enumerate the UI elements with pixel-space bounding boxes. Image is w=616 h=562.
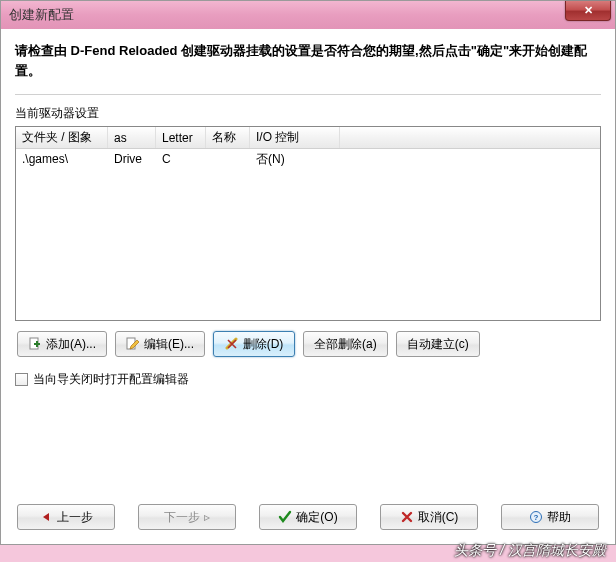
svg-text:?: ? bbox=[534, 513, 539, 522]
ok-label: 确定(O) bbox=[296, 509, 337, 526]
table-header-row: 文件夹 / 图象 as Letter 名称 I/O 控制 bbox=[16, 127, 600, 149]
help-label: 帮助 bbox=[547, 509, 571, 526]
cancel-button[interactable]: 取消(C) bbox=[380, 504, 478, 530]
table-row[interactable]: .\games\ Drive C 否(N) bbox=[16, 149, 600, 169]
cross-icon bbox=[400, 510, 414, 524]
th-folder[interactable]: 文件夹 / 图象 bbox=[16, 127, 108, 148]
help-icon: ? bbox=[529, 510, 543, 524]
dialog-body: 请检查由 D-Fend Reloaded 创建驱动器挂载的设置是否符合您的期望,… bbox=[1, 29, 615, 544]
help-button[interactable]: ? 帮助 bbox=[501, 504, 599, 530]
document-add-icon bbox=[28, 337, 42, 351]
cell-io: 否(N) bbox=[250, 151, 340, 168]
spacer bbox=[15, 388, 601, 504]
th-name[interactable]: 名称 bbox=[206, 127, 250, 148]
cancel-label: 取消(C) bbox=[418, 509, 459, 526]
arrow-left-icon bbox=[39, 510, 53, 524]
dialog-window: 创建新配置 ✕ 请检查由 D-Fend Reloaded 创建驱动器挂载的设置是… bbox=[0, 0, 616, 545]
add-label: 添加(A)... bbox=[46, 336, 96, 353]
section-label: 当前驱动器设置 bbox=[15, 105, 601, 122]
delete-all-button[interactable]: 全部删除(a) bbox=[303, 331, 388, 357]
cell-as: Drive bbox=[108, 152, 156, 166]
auto-create-button[interactable]: 自动建立(c) bbox=[396, 331, 480, 357]
delete-icon bbox=[225, 337, 239, 351]
delete-all-label: 全部删除(a) bbox=[314, 336, 377, 353]
titlebar: 创建新配置 ✕ bbox=[1, 1, 615, 29]
window-title: 创建新配置 bbox=[9, 6, 74, 24]
cell-folder: .\games\ bbox=[16, 152, 108, 166]
edit-label: 编辑(E)... bbox=[144, 336, 194, 353]
next-button[interactable]: 下一步 ▹ bbox=[138, 504, 236, 530]
separator bbox=[15, 94, 601, 95]
close-button[interactable]: ✕ bbox=[565, 1, 611, 21]
close-icon: ✕ bbox=[584, 4, 593, 17]
checkbox-icon[interactable] bbox=[15, 373, 28, 386]
edit-button[interactable]: 编辑(E)... bbox=[115, 331, 205, 357]
delete-button[interactable]: 删除(D) bbox=[213, 331, 295, 357]
drive-table: 文件夹 / 图象 as Letter 名称 I/O 控制 .\games\ Dr… bbox=[15, 126, 601, 321]
open-editor-checkbox-row[interactable]: 当向导关闭时打开配置编辑器 bbox=[15, 371, 601, 388]
th-letter[interactable]: Letter bbox=[156, 127, 206, 148]
check-icon bbox=[278, 510, 292, 524]
th-as[interactable]: as bbox=[108, 127, 156, 148]
watermark: 头条号 / 汉宫隋城长安殿 bbox=[454, 542, 606, 560]
ok-button[interactable]: 确定(O) bbox=[259, 504, 357, 530]
next-label: 下一步 ▹ bbox=[164, 509, 209, 526]
add-button[interactable]: 添加(A)... bbox=[17, 331, 107, 357]
cell-letter: C bbox=[156, 152, 206, 166]
checkbox-label: 当向导关闭时打开配置编辑器 bbox=[33, 371, 189, 388]
delete-label: 删除(D) bbox=[243, 336, 284, 353]
th-io[interactable]: I/O 控制 bbox=[250, 127, 340, 148]
instruction-text: 请检查由 D-Fend Reloaded 创建驱动器挂载的设置是否符合您的期望,… bbox=[15, 41, 601, 80]
auto-create-label: 自动建立(c) bbox=[407, 336, 469, 353]
edit-icon bbox=[126, 337, 140, 351]
table-toolbar: 添加(A)... 编辑(E)... 删除(D) 全部删除(a) 自动建立(c) bbox=[15, 331, 601, 357]
prev-label: 上一步 bbox=[57, 509, 93, 526]
wizard-footer: 上一步 下一步 ▹ 确定(O) 取消(C) ? 帮助 bbox=[15, 504, 601, 534]
prev-button[interactable]: 上一步 bbox=[17, 504, 115, 530]
